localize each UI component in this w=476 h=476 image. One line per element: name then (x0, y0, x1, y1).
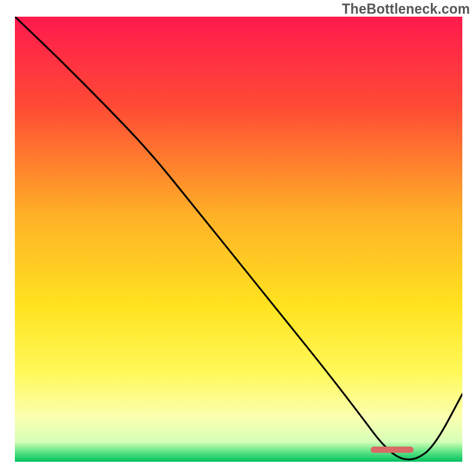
attribution-text: TheBottleneck.com (342, 1, 470, 17)
bottleneck-chart (0, 0, 476, 476)
chart-stage: TheBottleneck.com (0, 0, 476, 476)
optimum-marker (371, 447, 414, 453)
plot-background (15, 17, 462, 462)
